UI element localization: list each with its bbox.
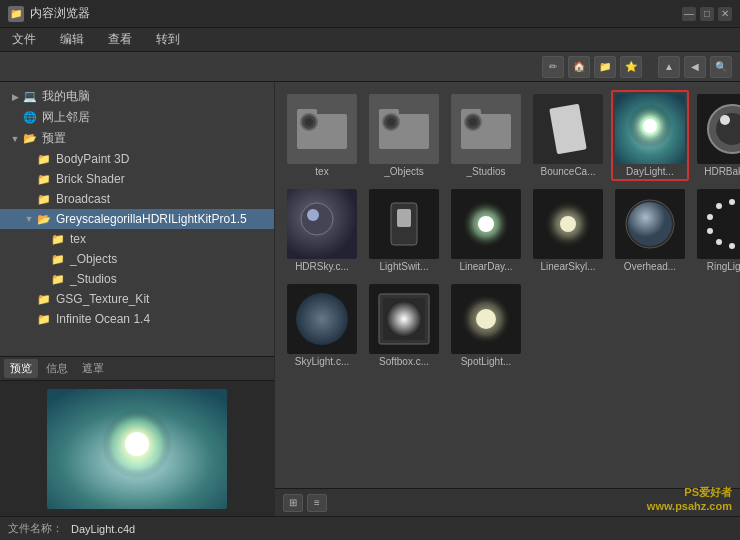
grid-item-overhead[interactable]: Overhead... (611, 185, 689, 276)
preview-panel: 预览 信息 遮罩 (0, 356, 274, 516)
grid-item-objects[interactable]: _Objects (365, 90, 443, 181)
tree-item-infinite-ocean[interactable]: 📁 Infinite Ocean 1.4 (0, 309, 274, 329)
grid-item-hdrbaker[interactable]: HDRBaker... (693, 90, 740, 181)
tab-info[interactable]: 信息 (40, 359, 74, 378)
svg-point-50 (707, 228, 713, 234)
menu-goto[interactable]: 转到 (152, 29, 184, 50)
grid-item-bouncecard[interactable]: BounceCa... (529, 90, 607, 181)
grid-label-hdrsky: HDRSky.c... (287, 261, 357, 272)
tree-label: 网上邻居 (42, 109, 90, 126)
svg-point-22 (643, 119, 657, 133)
svg-point-17 (469, 118, 477, 126)
toolbar-edit-btn[interactable]: ✏ (542, 56, 564, 78)
menu-view[interactable]: 查看 (104, 29, 136, 50)
window-controls: — □ ✕ (682, 7, 732, 21)
tree-label: 预置 (42, 130, 66, 147)
grid-label-tex: tex (287, 166, 357, 177)
svg-point-2 (125, 432, 149, 456)
right-bottom-toolbar: ⊞ ≡ (275, 488, 740, 516)
folder-icon: 📁 (36, 311, 52, 327)
grid-label-linearsky: LinearSkyl... (533, 261, 603, 272)
folder-icon: 📁 (50, 251, 66, 267)
grid-item-daylight[interactable]: DayLight... (611, 90, 689, 181)
close-button[interactable]: ✕ (718, 7, 732, 21)
grid-label-hdrbaker: HDRBaker... (697, 166, 740, 177)
thumb-hdrsky (287, 189, 357, 259)
tree-item-brickshader[interactable]: 📁 Brick Shader (0, 169, 274, 189)
svg-point-48 (729, 243, 735, 249)
thumb-daylight (615, 94, 685, 164)
toolbar-star-btn[interactable]: ⭐ (620, 56, 642, 78)
preview-tabs: 预览 信息 遮罩 (0, 357, 274, 381)
tree-arrow: ▼ (22, 214, 36, 224)
grid-label-daylight: DayLight... (615, 166, 685, 177)
svg-point-7 (305, 118, 313, 126)
thumb-skylight (287, 284, 357, 354)
tree-item-network[interactable]: 🌐 网上邻居 (0, 107, 274, 128)
svg-point-58 (386, 301, 422, 337)
list-view-btn[interactable]: ≡ (307, 494, 327, 512)
folder-icon: 📁 (36, 191, 52, 207)
grid-area: tex _Objects (275, 82, 740, 488)
svg-point-38 (560, 216, 576, 232)
grid-item-linearday[interactable]: LinearDay... (447, 185, 525, 276)
tree-item-studios[interactable]: 📁 _Studios (0, 269, 274, 289)
network-icon: 🌐 (22, 110, 38, 126)
folder-icon: 📁 (36, 291, 52, 307)
svg-point-29 (307, 209, 319, 221)
grid-item-skylight[interactable]: SkyLight.c... (283, 280, 361, 371)
toolbar-folder-btn[interactable]: 📁 (594, 56, 616, 78)
grid-item-linearsky[interactable]: LinearSkyl... (529, 185, 607, 276)
left-panel: ▶ 💻 我的电脑 🌐 网上邻居 ▼ 📂 预置 (0, 82, 275, 516)
grid-item-studios[interactable]: _Studios (447, 90, 525, 181)
tree-item-my-computer[interactable]: ▶ 💻 我的电脑 (0, 86, 274, 107)
thumb-linearday (451, 189, 521, 259)
app-icon: 📁 (8, 6, 24, 22)
grid-label-ringlight: RingLight... (697, 261, 740, 272)
tree-item-objects[interactable]: 📁 _Objects (0, 249, 274, 269)
tab-preview[interactable]: 预览 (4, 359, 38, 378)
folder-icon: 📁 (50, 231, 66, 247)
tree-item-broadcast[interactable]: 📁 Broadcast (0, 189, 274, 209)
thumb-bouncecard (533, 94, 603, 164)
tree-item-preset[interactable]: ▼ 📂 预置 (0, 128, 274, 149)
tab-mask[interactable]: 遮罩 (76, 359, 110, 378)
menu-bar: 文件 编辑 查看 转到 (0, 28, 740, 52)
svg-point-41 (628, 202, 672, 246)
tree-area: ▶ 💻 我的电脑 🌐 网上邻居 ▼ 📂 预置 (0, 82, 274, 356)
toolbar-search-btn[interactable]: 🔍 (710, 56, 732, 78)
grid-item-lightswitch[interactable]: LightSwit... (365, 185, 443, 276)
svg-point-51 (707, 214, 713, 220)
grid-item-spotlight[interactable]: SpotLight... (447, 280, 525, 371)
grid-view-btn[interactable]: ⊞ (283, 494, 303, 512)
minimize-button[interactable]: — (682, 7, 696, 21)
bottom-bar: 文件名称： DayLight.c4d (0, 516, 740, 540)
tree-item-tex[interactable]: 📁 tex (0, 229, 274, 249)
svg-point-52 (716, 203, 722, 209)
thumb-tex (287, 94, 357, 164)
toolbar-back-btn[interactable]: ◀ (684, 56, 706, 78)
tree-label: _Studios (70, 272, 117, 286)
filename-label: 文件名称： (8, 521, 63, 536)
svg-point-49 (716, 239, 722, 245)
grid-label-softbox: Softbox.c... (369, 356, 439, 367)
maximize-button[interactable]: □ (700, 7, 714, 21)
thumb-spotlight (451, 284, 521, 354)
grid-label-lightswitch: LightSwit... (369, 261, 439, 272)
folder-icon: 📁 (36, 151, 52, 167)
tree-item-bodypaint[interactable]: 📁 BodyPaint 3D (0, 149, 274, 169)
tree-item-gsg-texture[interactable]: 📁 GSG_Texture_Kit (0, 289, 274, 309)
toolbar-up-btn[interactable]: ▲ (658, 56, 680, 78)
tree-arrow: ▶ (8, 92, 22, 102)
thumb-linearsky (533, 189, 603, 259)
tree-item-gsg-hdr[interactable]: ▼ 📂 GreyscalegorillaHDRILightKitPro1.5 (0, 209, 274, 229)
menu-file[interactable]: 文件 (8, 29, 40, 50)
grid-item-softbox[interactable]: Softbox.c... (365, 280, 443, 371)
grid-item-hdrsky[interactable]: HDRSky.c... (283, 185, 361, 276)
toolbar-home-btn[interactable]: 🏠 (568, 56, 590, 78)
menu-edit[interactable]: 编辑 (56, 29, 88, 50)
title-bar-left: 📁 内容浏览器 (8, 5, 90, 22)
grid-item-ringlight[interactable]: RingLight... (693, 185, 740, 276)
computer-icon: 💻 (22, 89, 38, 105)
grid-item-tex[interactable]: tex (283, 90, 361, 181)
